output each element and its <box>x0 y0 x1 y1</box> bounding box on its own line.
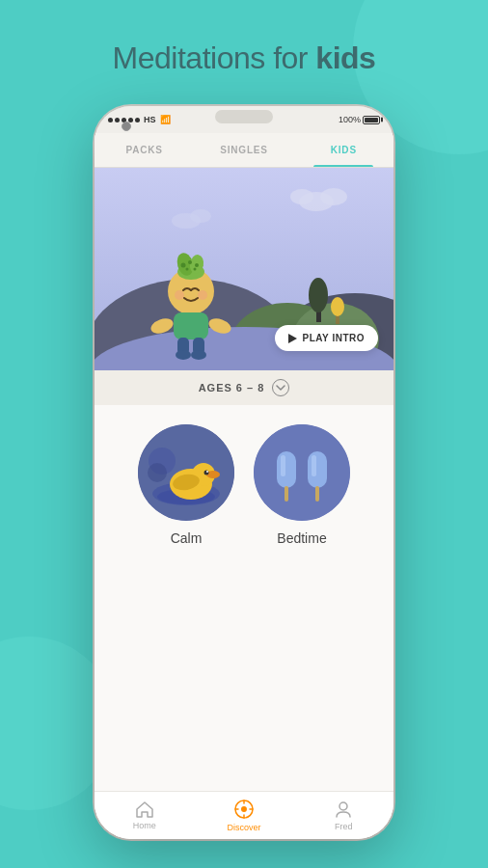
nav-home[interactable]: Home <box>95 800 194 830</box>
tab-packs[interactable]: PACKS <box>95 133 194 167</box>
svg-point-25 <box>198 290 207 300</box>
svg-rect-50 <box>312 455 316 476</box>
svg-point-31 <box>176 350 191 360</box>
phone-frame: HS 📶 10:00 AM 100% PACKS SINGLES KIDS <box>95 106 393 839</box>
svg-point-13 <box>331 297 344 316</box>
play-triangle-icon <box>288 334 297 343</box>
title-bold: kids <box>315 41 375 75</box>
svg-rect-26 <box>174 312 208 339</box>
bedtime-card[interactable]: Bedtime <box>254 424 350 772</box>
discover-nav-label: Discover <box>227 823 260 832</box>
battery-area: 100% <box>339 115 380 124</box>
nav-discover[interactable]: Discover <box>194 799 293 832</box>
svg-point-52 <box>241 806 247 812</box>
svg-point-41 <box>204 471 209 475</box>
home-nav-label: Home <box>133 821 156 830</box>
calm-card[interactable]: Calm <box>138 424 234 772</box>
nav-fred[interactable]: Fred <box>294 800 393 831</box>
svg-rect-48 <box>308 451 327 488</box>
svg-point-32 <box>191 350 206 360</box>
ages-section[interactable]: AGES 6 – 8 <box>95 370 393 405</box>
svg-point-23 <box>194 268 197 271</box>
svg-point-11 <box>309 278 328 312</box>
svg-point-21 <box>195 263 199 267</box>
bedtime-label: Bedtime <box>277 530 326 546</box>
calm-label: Calm <box>171 530 203 546</box>
bottom-nav: Home Discover Fr <box>95 791 393 839</box>
tab-bar: PACKS SINGLES KIDS <box>95 133 393 168</box>
svg-point-19 <box>181 263 186 268</box>
svg-rect-46 <box>285 486 288 502</box>
svg-point-2 <box>320 188 347 205</box>
ages-label: AGES 6 – 8 <box>199 382 265 393</box>
svg-point-42 <box>206 471 208 473</box>
svg-point-20 <box>188 260 192 264</box>
battery-icon <box>363 116 380 124</box>
play-intro-label: PLAY INTRO <box>303 333 365 343</box>
svg-point-35 <box>148 463 167 482</box>
signal-area: HS 📶 <box>108 115 171 124</box>
tab-kids[interactable]: KIDS <box>294 133 393 167</box>
hero-section: PLAY INTRO <box>95 168 393 370</box>
svg-point-44 <box>254 424 350 521</box>
carrier-label: HS <box>144 115 156 124</box>
signal-dot-1 <box>108 118 113 122</box>
ages-chevron-icon[interactable] <box>272 379 289 396</box>
calm-circle <box>138 424 234 521</box>
phone-screen: PACKS SINGLES KIDS <box>95 133 393 839</box>
home-icon <box>135 800 154 818</box>
play-intro-button[interactable]: PLAY INTRO <box>275 325 378 351</box>
bedtime-circle <box>254 424 350 521</box>
signal-dot-4 <box>128 118 133 122</box>
svg-point-3 <box>290 189 313 204</box>
tab-singles[interactable]: SINGLES <box>194 133 293 167</box>
calm-duck-illustration <box>138 424 234 521</box>
title-prefix: Meditations for <box>113 41 316 75</box>
svg-rect-47 <box>281 455 285 476</box>
bedtime-popsicle-illustration <box>254 424 350 521</box>
battery-fill <box>365 118 378 122</box>
svg-rect-45 <box>277 451 296 488</box>
svg-rect-49 <box>315 486 319 502</box>
discover-icon <box>233 799 255 820</box>
phone-camera <box>122 122 131 131</box>
svg-point-5 <box>190 209 211 223</box>
person-icon <box>334 800 353 819</box>
page-title: Meditations for kids <box>0 41 488 76</box>
wifi-icon: 📶 <box>160 115 171 124</box>
svg-point-57 <box>339 802 347 810</box>
battery-percent: 100% <box>339 115 361 124</box>
phone-notch <box>215 110 273 123</box>
svg-point-22 <box>186 268 189 271</box>
fred-nav-label: Fred <box>335 822 353 831</box>
signal-dot-5 <box>135 118 140 122</box>
svg-point-24 <box>175 290 184 300</box>
content-area: Calm <box>95 405 393 791</box>
signal-dot-2 <box>115 118 120 122</box>
